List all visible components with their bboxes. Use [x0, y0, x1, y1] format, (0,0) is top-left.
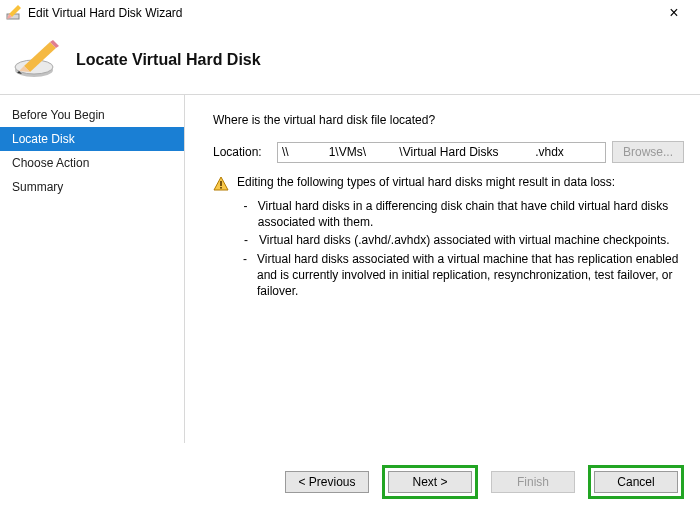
warning-text: Editing the following types of virtual h…	[237, 175, 615, 191]
close-button[interactable]: ×	[654, 6, 694, 20]
sidebar-item-label: Before You Begin	[12, 108, 105, 122]
list-item: -Virtual hard disks in a differencing di…	[243, 198, 684, 230]
sidebar-item-locate-disk[interactable]: Locate Disk	[0, 127, 184, 151]
list-item: -Virtual hard disks (.avhd/.avhdx) assoc…	[243, 232, 684, 248]
location-label: Location:	[213, 145, 271, 159]
bullet-text: Virtual hard disks associated with a vir…	[257, 251, 684, 300]
sidebar-item-before-you-begin[interactable]: Before You Begin	[0, 103, 184, 127]
app-icon	[6, 5, 22, 21]
title-bar: Edit Virtual Hard Disk Wizard ×	[0, 0, 700, 26]
window-title: Edit Virtual Hard Disk Wizard	[28, 6, 654, 20]
bullet-text: Virtual hard disks in a differencing dis…	[258, 198, 684, 230]
wizard-header: Locate Virtual Hard Disk	[0, 26, 700, 95]
cancel-button[interactable]: Cancel	[594, 471, 678, 493]
svg-rect-10	[220, 181, 222, 186]
sidebar-item-summary[interactable]: Summary	[0, 175, 184, 199]
svg-rect-11	[220, 187, 222, 189]
browse-button[interactable]: Browse...	[612, 141, 684, 163]
wizard-steps-sidebar: Before You Begin Locate Disk Choose Acti…	[0, 95, 185, 443]
sidebar-item-choose-action[interactable]: Choose Action	[0, 151, 184, 175]
bullet-text: Virtual hard disks (.avhd/.avhdx) associ…	[259, 232, 670, 248]
finish-button: Finish	[491, 471, 575, 493]
list-item: -Virtual hard disks associated with a vi…	[243, 251, 684, 300]
warning-bullets: -Virtual hard disks in a differencing di…	[213, 198, 684, 299]
pencil-disk-icon	[12, 40, 60, 80]
sidebar-item-label: Summary	[12, 180, 63, 194]
next-button[interactable]: Next >	[388, 471, 472, 493]
sidebar-item-label: Choose Action	[12, 156, 89, 170]
prompt-text: Where is the virtual hard disk file loca…	[213, 113, 684, 127]
location-input[interactable]	[277, 142, 606, 163]
sidebar-item-label: Locate Disk	[12, 132, 75, 146]
page-title: Locate Virtual Hard Disk	[76, 51, 261, 69]
warning-icon	[213, 176, 229, 192]
previous-button[interactable]: < Previous	[285, 471, 369, 493]
wizard-content: Where is the virtual hard disk file loca…	[185, 95, 700, 443]
wizard-footer: < Previous Next > Finish Cancel	[0, 443, 700, 521]
